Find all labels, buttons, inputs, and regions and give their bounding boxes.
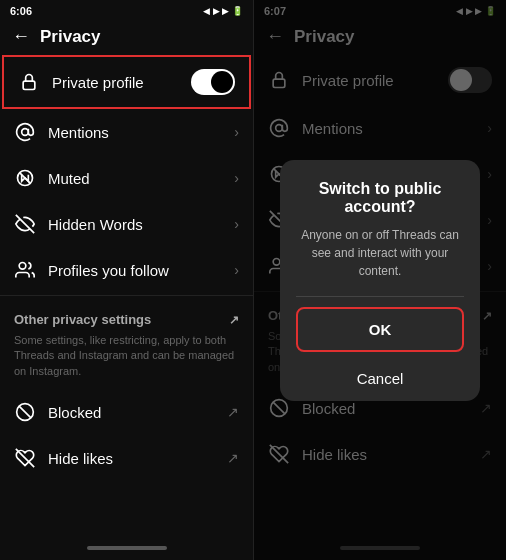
dialog-ok-button[interactable]: OK <box>296 307 464 352</box>
other-privacy-external-icon: ↗ <box>229 313 239 327</box>
bottom-bar-left <box>0 540 253 560</box>
muted-chevron-icon: › <box>234 170 239 186</box>
blocked-external-icon: ↗ <box>227 404 239 420</box>
other-privacy-title: Other privacy settings <box>14 312 151 327</box>
home-indicator-left <box>87 546 167 550</box>
svg-point-1 <box>22 129 29 136</box>
dialog-title: Switch to public account? <box>296 180 464 216</box>
dialog-body: Anyone on or off Threads can see and int… <box>296 226 464 280</box>
hide-likes-external-icon: ↗ <box>227 450 239 466</box>
setting-mentions[interactable]: Mentions › <box>0 109 253 155</box>
setting-profiles-follow[interactable]: Profiles you follow › <box>0 247 253 293</box>
profiles-follow-chevron-icon: › <box>234 262 239 278</box>
hide-likes-icon <box>14 447 36 469</box>
blocked-label: Blocked <box>48 404 215 421</box>
mentions-chevron-icon: › <box>234 124 239 140</box>
dialog-cancel-button[interactable]: Cancel <box>296 358 464 401</box>
hidden-words-chevron-icon: › <box>234 216 239 232</box>
private-profile-toggle[interactable] <box>191 69 235 95</box>
private-profile-label: Private profile <box>52 74 179 91</box>
switch-account-dialog: Switch to public account? Anyone on or o… <box>280 160 480 401</box>
profiles-follow-icon <box>14 259 36 281</box>
setting-hidden-words[interactable]: Hidden Words › <box>0 201 253 247</box>
header-left: ← Privacy <box>0 20 253 55</box>
svg-point-4 <box>19 263 26 270</box>
hidden-words-label: Hidden Words <box>48 216 222 233</box>
divider-1 <box>0 295 253 296</box>
blocked-icon <box>14 401 36 423</box>
screen-left: 6:06 ◀ ▶ ▶ 🔋 ← Privacy Private profile <box>0 0 253 560</box>
muted-icon <box>14 167 36 189</box>
back-button-left[interactable]: ← <box>12 26 30 47</box>
setting-blocked[interactable]: Blocked ↗ <box>0 389 253 435</box>
other-privacy-header: Other privacy settings ↗ <box>0 298 253 331</box>
mentions-label: Mentions <box>48 124 222 141</box>
hide-likes-label: Hide likes <box>48 450 215 467</box>
hidden-words-icon <box>14 213 36 235</box>
muted-label: Muted <box>48 170 222 187</box>
setting-hide-likes[interactable]: Hide likes ↗ <box>0 435 253 481</box>
profiles-follow-label: Profiles you follow <box>48 262 222 279</box>
other-privacy-desc: Some settings, like restricting, apply t… <box>0 331 253 389</box>
page-title-left: Privacy <box>40 27 101 47</box>
status-bar-left: 6:06 ◀ ▶ ▶ 🔋 <box>0 0 253 20</box>
dialog-overlay: Switch to public account? Anyone on or o… <box>254 0 506 560</box>
setting-muted[interactable]: Muted › <box>0 155 253 201</box>
mentions-icon <box>14 121 36 143</box>
svg-line-6 <box>19 406 31 418</box>
screen-right: 6:07 ◀ ▶ ▶ 🔋 ← Privacy Private profile <box>253 0 506 560</box>
time-left: 6:06 <box>10 5 32 17</box>
dialog-buttons: OK Cancel <box>296 296 464 401</box>
setting-private-profile[interactable]: Private profile <box>2 55 251 109</box>
settings-list-left: Private profile Mentions › <box>0 55 253 540</box>
svg-rect-0 <box>23 81 35 89</box>
status-icons-left: ◀ ▶ ▶ 🔋 <box>203 6 243 16</box>
lock-icon <box>18 71 40 93</box>
